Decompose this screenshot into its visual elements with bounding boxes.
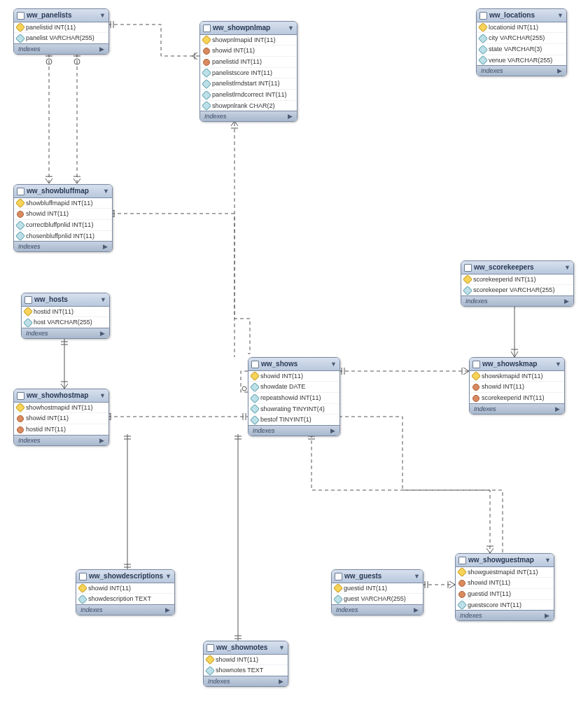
table-header[interactable]: ww_locations▼ [477,9,566,22]
table-header[interactable]: ww_showpnlmap▼ [200,22,297,35]
indexes-footer[interactable]: Indexes▶ [470,403,564,414]
column-row[interactable]: scorekeeperid INT(11) [461,274,573,285]
indexes-footer[interactable]: Indexes▶ [461,295,573,306]
column-row[interactable]: repeatshowid INT(11) [248,392,340,403]
indexes-footer[interactable]: Indexes▶ [477,65,566,76]
table-scorekeepers[interactable]: ww_scorekeepers▼scorekeeperid INT(11)sco… [461,260,574,307]
collapse-caret-icon[interactable]: ▼ [545,557,551,564]
collapse-caret-icon[interactable]: ▼ [100,296,106,303]
column-row[interactable]: panelistscore INT(11) [200,67,297,78]
column-row[interactable]: guestid INT(11) [332,583,423,594]
indexes-footer[interactable]: Indexes▶ [14,43,108,54]
column-row[interactable]: hostid INT(11) [22,307,109,317]
collapse-caret-icon[interactable]: ▼ [103,188,109,195]
column-row[interactable]: showbluffmapid INT(11) [14,198,112,209]
table-panelists[interactable]: ww_panelists▼panelistid INT(11)panelist … [13,8,109,55]
collapse-caret-icon[interactable]: ▼ [557,12,564,19]
table-shownotes[interactable]: ww_shownotes▼showid INT(11)shownotes TEX… [203,641,288,687]
column-row[interactable]: showguestmapid INT(11) [456,567,554,578]
table-header[interactable]: ww_shows▼ [248,358,340,371]
table-header[interactable]: ww_shownotes▼ [204,641,288,655]
column-row[interactable]: showpnlmapid INT(11) [200,35,297,46]
column-row[interactable]: state VARCHAR(3) [477,43,566,55]
column-row[interactable]: host VARCHAR(255) [22,316,109,328]
table-locations[interactable]: ww_locations▼locationid INT(11)city VARC… [476,8,567,76]
table-header[interactable]: ww_showbluffmap▼ [14,185,112,198]
table-header[interactable]: ww_scorekeepers▼ [461,261,573,274]
expand-arrow-icon[interactable]: ▶ [414,606,419,613]
table-header[interactable]: ww_panelists▼ [14,9,108,22]
column-row[interactable]: showpnlrank CHAR(2) [200,100,297,111]
indexes-footer[interactable]: Indexes▶ [204,676,288,686]
collapse-caret-icon[interactable]: ▼ [555,361,561,368]
column-row[interactable]: panelistlrndcorrect INT(11) [200,89,297,100]
table-showskmap[interactable]: ww_showskmap▼showskmapid INT(11)showid I… [469,357,565,415]
column-row[interactable]: scorekeeperid INT(11) [470,392,564,403]
column-row[interactable]: showrating TINYINT(4) [248,403,340,415]
collapse-caret-icon[interactable]: ▼ [99,392,106,399]
collapse-caret-icon[interactable]: ▼ [330,361,337,368]
column-row[interactable]: showhostmapid INT(11) [14,403,108,413]
expand-arrow-icon[interactable]: ▶ [330,427,335,434]
column-row[interactable]: showid INT(11) [76,583,174,594]
collapse-caret-icon[interactable]: ▼ [288,25,294,32]
column-row[interactable]: venue VARCHAR(255) [477,55,566,66]
column-row[interactable]: hostid INT(11) [14,424,108,435]
expand-arrow-icon[interactable]: ▶ [99,46,104,53]
table-header[interactable]: ww_showhostmap▼ [14,389,108,403]
column-row[interactable]: guestid INT(11) [456,588,554,599]
expand-arrow-icon[interactable]: ▶ [564,298,569,305]
table-showguestmap[interactable]: ww_showguestmap▼showguestmapid INT(11)sh… [455,553,554,621]
expand-arrow-icon[interactable]: ▶ [279,678,284,685]
column-row[interactable]: showid INT(11) [14,412,108,424]
table-showpnlmap[interactable]: ww_showpnlmap▼showpnlmapid INT(11)showid… [200,21,298,122]
indexes-footer[interactable]: Indexes▶ [332,604,423,615]
expand-arrow-icon[interactable]: ▶ [288,113,293,120]
column-row[interactable]: correctbluffpnlid INT(11) [14,219,112,230]
collapse-caret-icon[interactable]: ▼ [99,12,106,19]
column-row[interactable]: showskmapid INT(11) [470,371,564,382]
column-row[interactable]: showid INT(11) [204,655,288,665]
table-guests[interactable]: ww_guests▼guestid INT(11)guest VARCHAR(2… [331,569,424,615]
column-row[interactable]: shownotes TEXT [204,664,288,676]
column-row[interactable]: panelistid INT(11) [200,56,297,67]
table-header[interactable]: ww_guests▼ [332,570,423,583]
column-row[interactable]: guestscore INT(11) [456,599,554,611]
column-row[interactable]: panelistlrndstart INT(11) [200,78,297,89]
column-row[interactable]: showdate DATE [248,381,340,392]
expand-arrow-icon[interactable]: ▶ [100,330,105,337]
expand-arrow-icon[interactable]: ▶ [557,67,562,74]
column-row[interactable]: panelist VARCHAR(255) [14,32,108,43]
indexes-footer[interactable]: Indexes▶ [22,328,109,338]
column-row[interactable]: showdescription TEXT [76,593,174,604]
column-row[interactable]: showid INT(11) [470,381,564,392]
column-row[interactable]: showid INT(11) [14,208,112,219]
expand-arrow-icon[interactable]: ▶ [103,243,108,250]
expand-arrow-icon[interactable]: ▶ [99,437,104,444]
table-shows[interactable]: ww_shows▼showid INT(11)showdate DATErepe… [248,357,340,436]
column-row[interactable]: city VARCHAR(255) [477,32,566,43]
column-row[interactable]: showid INT(11) [456,577,554,588]
expand-arrow-icon[interactable]: ▶ [165,606,170,613]
indexes-footer[interactable]: Indexes▶ [14,435,108,445]
table-header[interactable]: ww_hosts▼ [22,293,109,307]
indexes-footer[interactable]: Indexes▶ [248,425,340,436]
collapse-caret-icon[interactable]: ▼ [279,644,285,651]
column-row[interactable]: chosenbluffpnlid INT(11) [14,230,112,242]
column-row[interactable]: showid INT(11) [200,45,297,56]
column-row[interactable]: bestof TINYINT(1) [248,414,340,425]
collapse-caret-icon[interactable]: ▼ [165,573,172,580]
column-row[interactable]: guest VARCHAR(255) [332,593,423,604]
expand-arrow-icon[interactable]: ▶ [545,612,550,619]
collapse-caret-icon[interactable]: ▼ [414,573,420,580]
indexes-footer[interactable]: Indexes▶ [456,610,554,620]
column-row[interactable]: locationid INT(11) [477,22,566,33]
indexes-footer[interactable]: Indexes▶ [14,241,112,251]
table-header[interactable]: ww_showskmap▼ [470,358,564,371]
column-row[interactable]: panelistid INT(11) [14,22,108,33]
indexes-footer[interactable]: Indexes▶ [200,111,297,121]
column-row[interactable]: scorekeeper VARCHAR(255) [461,284,573,295]
collapse-caret-icon[interactable]: ▼ [564,264,570,271]
table-hosts[interactable]: ww_hosts▼hostid INT(11)host VARCHAR(255)… [21,293,110,339]
indexes-footer[interactable]: Indexes▶ [76,604,174,615]
